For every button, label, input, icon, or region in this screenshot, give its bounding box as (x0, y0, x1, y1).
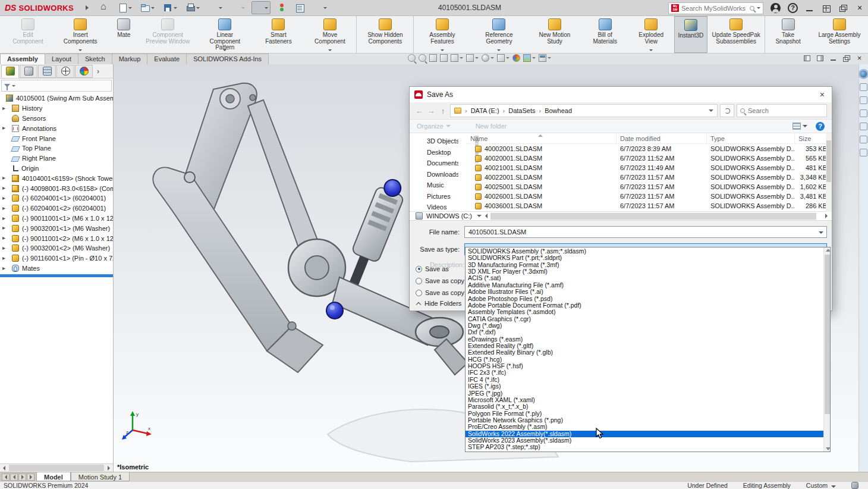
address-dropdown-icon[interactable] (709, 109, 713, 112)
filetype-option[interactable]: ProE/Creo Assembly (*.asm) (466, 424, 823, 430)
ribbon-button[interactable]: Insert Components (52, 16, 108, 53)
quick-access-button[interactable] (98, 2, 111, 14)
filetype-option[interactable]: Microsoft XAML (*.xaml) (466, 397, 823, 403)
ribbon-button[interactable]: Show Hidden Components (356, 16, 413, 53)
tags-icon[interactable] (851, 482, 858, 489)
ribbon-button[interactable]: Mate (108, 16, 139, 53)
minimize-button[interactable] (805, 4, 814, 13)
tree-item[interactable]: ▸ (-) 90011001<2> (M6 x 1.0 x 12 SKT C (0, 233, 113, 243)
first-tab-icon[interactable] (2, 474, 10, 481)
organize-button[interactable]: Organize (417, 123, 451, 130)
filetype-option[interactable]: Polygon File Format (*.ply) (466, 410, 823, 417)
filetype-option[interactable]: SolidWorks 2023 Assembly(*.sldasm) (466, 437, 823, 444)
new-folder-button[interactable]: New folder (476, 123, 507, 130)
command-tab[interactable]: SOLIDWORKS Add-Ins (186, 54, 269, 64)
back-icon[interactable]: ← (414, 106, 424, 115)
dialog-close-button[interactable]: × (817, 90, 827, 99)
sidebar-place[interactable]: 3D Objects (416, 136, 458, 147)
sidebar-place[interactable]: Pictures (416, 191, 458, 202)
filetype-option[interactable]: Adobe Photoshop Files (*.psd) (466, 296, 823, 302)
filetype-option[interactable]: IFC 4 (*.ifc) (466, 377, 823, 383)
dropdown-caret-icon[interactable] (128, 7, 132, 9)
dropdown-caret-icon[interactable] (460, 57, 463, 59)
breadcrumb-folder[interactable]: Bowhead (545, 107, 572, 114)
search-scope-caret-icon[interactable] (757, 7, 760, 9)
dropdown-caret-icon[interactable] (532, 57, 536, 59)
tree-item[interactable]: ▸ Origin (0, 164, 113, 174)
scroll-left-icon[interactable] (482, 212, 490, 220)
tree-item[interactable]: ▸ 40104001<6159> (Shock Tower Asse (0, 173, 113, 183)
scroll-left-icon[interactable] (0, 464, 8, 472)
command-tab[interactable]: Assembly (0, 54, 45, 64)
doc-restore-button[interactable] (842, 55, 850, 62)
file-row[interactable]: 40021001.SLDASM 6/7/2023 11:49 AM SOLIDW… (467, 163, 832, 173)
scroll-right-icon[interactable] (105, 464, 113, 472)
expand-arrow-icon[interactable]: ▸ (2, 265, 8, 271)
dropdown-caret-icon[interactable] (497, 49, 501, 51)
file-row[interactable]: 40026001.SLDASM 6/7/2023 11:57 AM SOLIDW… (467, 192, 832, 201)
filetype-option[interactable]: 3D Manufacturing Format (*.3mf) (466, 262, 823, 268)
doc-close-button[interactable]: × (856, 55, 863, 62)
command-tab[interactable]: Layout (45, 54, 78, 64)
next-tab-icon[interactable] (18, 474, 26, 481)
tree-item[interactable]: ▸ 40105001 (Swing Arm Sub Assembly) (0, 93, 113, 104)
ribbon-button[interactable]: Take Snapshot (765, 16, 811, 53)
scroll-thumb[interactable] (826, 140, 831, 182)
tab-overflow-icon[interactable]: › (97, 67, 99, 76)
filetype-option[interactable]: IGES (*.igs) (466, 383, 823, 390)
save-option-radio[interactable]: Save as copy and open (416, 289, 466, 296)
quick-access-button[interactable] (311, 2, 329, 14)
filetype-option[interactable]: Adobe Portable Document Format (*.pdf) (466, 302, 823, 309)
scroll-thumb[interactable] (490, 213, 816, 220)
ribbon-button[interactable]: Component Preview Window (139, 16, 196, 53)
doc-minimize-button[interactable] (829, 55, 837, 62)
tree-item[interactable]: ▸ (-) 90032001<2> (M6 Washer) (0, 243, 113, 253)
tab-property-manager[interactable] (20, 65, 37, 78)
forward-icon[interactable]: → (426, 106, 436, 115)
combo-caret-icon[interactable] (819, 231, 823, 234)
filetype-option[interactable]: Portable Network Graphics (*.png) (466, 417, 823, 424)
column-header-date[interactable]: Date modified (617, 133, 707, 144)
dropdown-caret-icon[interactable] (219, 7, 222, 9)
filetype-option[interactable]: CATIA Graphics (*.cgr) (466, 316, 823, 322)
ribbon-button[interactable]: Instant3D (674, 16, 708, 53)
filetype-option[interactable]: HOOPS HSF (*.hsf) (466, 363, 823, 369)
pane-left-icon[interactable] (803, 55, 811, 62)
ribbon-button[interactable]: Reference Geometry (470, 16, 527, 53)
quick-access-button[interactable] (229, 2, 247, 14)
filetype-option[interactable]: Dwg (*.dwg) (466, 322, 823, 329)
breadcrumb[interactable]: › DATA (E:) › DataSets › Bowhead (450, 104, 718, 117)
view-tool-button[interactable] (440, 54, 448, 62)
file-row[interactable]: 40025001.SLDASM 6/7/2023 11:57 AM SOLIDW… (467, 182, 832, 192)
command-tab[interactable]: Evaluate (147, 54, 187, 64)
dropdown-caret-icon[interactable] (323, 7, 327, 9)
search-icon[interactable] (750, 6, 754, 11)
filetype-option[interactable]: eDrawings (*.easm) (466, 336, 823, 343)
expand-arrow-icon[interactable]: ▸ (2, 255, 8, 261)
dialog-titlebar[interactable]: Save As × (410, 87, 832, 102)
filetype-option[interactable]: SOLIDWORKS Assembly (*.asm;*.sldasm) (466, 248, 823, 255)
scroll-down-icon[interactable] (826, 447, 831, 450)
dropdown-caret-icon[interactable] (649, 49, 653, 51)
tree-item[interactable]: ▸ Annotations (0, 123, 113, 133)
scroll-right-icon[interactable] (822, 212, 831, 220)
filetype-option[interactable]: Additive Manufacturing File (*.amf) (466, 282, 823, 289)
ribbon-button[interactable]: Assembly Features (413, 16, 470, 53)
quick-access-button[interactable] (251, 1, 271, 14)
filetype-option[interactable]: IFC 2x3 (*.ifc) (466, 369, 823, 376)
tree-item[interactable]: ▸ Front Plane (0, 133, 113, 143)
save-option-radio[interactable]: Save as copy and continue (416, 277, 466, 284)
filetype-option[interactable]: STEP AP203 (*.step;*.stp) (466, 444, 823, 450)
column-header-name[interactable]: Name (467, 133, 617, 144)
tab-dimxpert-manager[interactable] (56, 65, 74, 78)
filetype-option[interactable]: Assembly Templates (*.asmdot) (466, 309, 823, 315)
expand-arrow-icon[interactable]: ▸ (2, 224, 8, 231)
view-tool-button[interactable] (539, 54, 551, 62)
view-tool-button[interactable] (523, 54, 536, 62)
pane-right-icon[interactable] (816, 55, 824, 62)
view-tool-button[interactable] (451, 54, 463, 62)
help-icon[interactable]: ? (788, 3, 798, 13)
filetype-option[interactable]: SolidWorks 2022 Assembly(*.sldasm) (466, 431, 823, 437)
breadcrumb-folder[interactable]: DataSets (508, 107, 535, 114)
expand-arrow-icon[interactable]: ▸ (2, 244, 8, 251)
